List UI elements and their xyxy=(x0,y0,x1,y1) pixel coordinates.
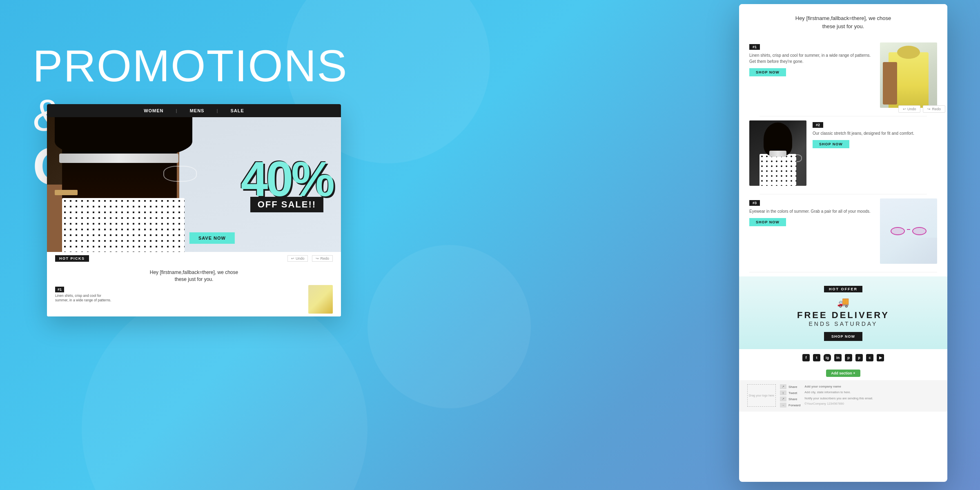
hero-section: 40% OFF SALE!! SAVE NOW xyxy=(47,117,341,252)
ends-saturday-text: ENDS SATURDAY xyxy=(749,321,937,327)
arm-skin-1 xyxy=(883,62,897,105)
tweet-icon: t xyxy=(780,390,786,395)
email-preview-left: WOMEN | MENS | SALE xyxy=(47,104,341,316)
logo-drop-zone[interactable]: Drag your logo here xyxy=(747,384,776,407)
footer-unsubscribe: Notify your subscribers you are sending … xyxy=(804,396,939,401)
hero-person-bg xyxy=(47,117,200,252)
redo-icon-right: ↪ xyxy=(927,107,931,111)
right-email-header: Hey [firstname,fallback=there], we chose… xyxy=(739,4,947,42)
divider-1 xyxy=(760,116,927,116)
item1-number: #1 xyxy=(55,287,64,292)
headband xyxy=(59,154,178,163)
footer-tweet: t Tweet xyxy=(780,390,800,395)
shop-now-button-2[interactable]: SHOP NOW xyxy=(813,140,849,148)
sg-lens-right xyxy=(912,227,927,235)
email-nav: WOMEN | MENS | SALE xyxy=(47,104,341,117)
pinterest2-icon[interactable]: p xyxy=(855,354,863,361)
product-item-1: #1 Linen shirts, crisp and cool for summ… xyxy=(749,42,937,108)
bracelet xyxy=(55,190,78,195)
sg-bridge xyxy=(907,229,910,230)
facebook-icon[interactable]: f xyxy=(802,354,810,361)
p2-headband xyxy=(769,151,786,157)
greeting-left: Hey [firstname,fallback=there], we chose… xyxy=(55,269,333,283)
pinterest-icon[interactable]: p xyxy=(845,354,852,361)
email-body-left: Hey [firstname,fallback=there], we chose… xyxy=(47,265,341,316)
product-section: #1 Linen shirts, crisp and cool for summ… xyxy=(739,42,947,264)
hot-offer-shop-button[interactable]: SHOP NOW xyxy=(824,332,862,341)
sunglasses-visual xyxy=(891,227,927,235)
hot-offer-section: HOT OFFER 🚚 FREE DELIVERY ENDS SATURDAY … xyxy=(739,276,947,349)
product-1-left: #1 Linen shirts, crisp and cool for summ… xyxy=(749,42,874,76)
product-2-left: #2 Our classic stretch fit jeans, design… xyxy=(813,120,937,148)
product-3-desc: Eyewear in the colors of summer. Grab a … xyxy=(749,208,874,214)
share2-label: Share xyxy=(788,397,797,401)
divider-2 xyxy=(760,194,927,194)
item1-thumb xyxy=(308,285,333,314)
product-2-image xyxy=(749,120,806,186)
item1-desc: Linen shirts, crisp and cool forsummer, … xyxy=(55,294,302,303)
footer-share2: ↗ Share xyxy=(780,396,800,401)
save-btn-container: SAVE NOW xyxy=(189,232,235,244)
footer-links: ↗ Share t Tweet ↗ Share → Forward xyxy=(780,384,800,408)
add-section-row: Add section + xyxy=(739,366,947,380)
product-3-left: #3 Eyewear in the colors of summer. Grab… xyxy=(749,198,874,226)
share-label: Share xyxy=(788,385,797,389)
product-item-3: #3 Eyewear in the colors of summer. Grab… xyxy=(749,198,937,264)
product-2-desc: Our classic stretch fit jeans, designed … xyxy=(813,130,937,136)
camera-icon[interactable]: c xyxy=(866,354,873,361)
tweet-label: Tweet xyxy=(788,391,797,395)
footer-share: ↗ Share xyxy=(780,384,800,389)
sale-text-overlay: 40% OFF SALE!! xyxy=(241,157,333,212)
truck-icon: 🚚 xyxy=(749,296,937,308)
nav-mens[interactable]: MENS xyxy=(190,108,205,113)
forward-label: Forward xyxy=(788,403,800,407)
sale-percent: 40% xyxy=(241,157,333,201)
logo-placeholder-text: Drag your logo here xyxy=(748,393,775,398)
hot-picks-badge: HOT PICKS xyxy=(55,255,89,262)
instagram-icon[interactable]: ig xyxy=(824,354,831,361)
sg-lens-left xyxy=(891,227,905,235)
p2-body xyxy=(760,154,796,186)
footer-forward: → Forward xyxy=(780,403,800,408)
undo-button-left[interactable]: ↩ Undo xyxy=(287,255,308,262)
footer-address: Add city, state information to here. xyxy=(804,390,939,394)
add-section-button[interactable]: Add section + xyxy=(826,370,860,377)
forward-icon: → xyxy=(780,403,786,408)
divider-3 xyxy=(749,272,937,272)
shop-now-button-3[interactable]: SHOP NOW xyxy=(749,218,786,226)
footer-company: Add your company name xyxy=(804,384,939,389)
social-row: f t ig in p p c ▶ xyxy=(739,349,947,366)
item1-text: #1 Linen shirts, crisp and cool forsumme… xyxy=(55,285,302,314)
sale-label: OFF SALE!! xyxy=(250,197,323,212)
nav-women[interactable]: WOMEN xyxy=(144,108,163,113)
nav-divider-1: | xyxy=(176,108,178,113)
bg-decoration-3 xyxy=(368,245,531,408)
dress-flowers xyxy=(62,198,185,252)
product-1-image xyxy=(880,42,937,108)
product-1-desc: Linen shirts, crisp and cool for summer,… xyxy=(749,52,874,65)
p2-hair xyxy=(764,122,792,156)
product-item-2: #2 Our classic stretch fit jeans, design… xyxy=(749,120,937,186)
footer-count: ©YourCompany 1234567890 xyxy=(804,401,939,406)
right-greeting: Hey [firstname,fallback=there], we chose… xyxy=(751,14,935,30)
twitter-icon[interactable]: t xyxy=(813,354,820,361)
redo-button-right[interactable]: ↪ Redo xyxy=(923,105,945,113)
item-preview-row: #1 Linen shirts, crisp and cool forsumme… xyxy=(55,285,333,314)
undo-redo-right: ↩ Undo ↪ Redo xyxy=(898,105,945,113)
email-preview-right: Hey [firstname,fallback=there], we chose… xyxy=(739,4,947,482)
footer-info: Add your company name Add city, state in… xyxy=(804,384,939,408)
share-icon: ↗ xyxy=(780,384,786,389)
undo-icon-right: ↩ xyxy=(903,107,906,111)
nav-sale[interactable]: SALE xyxy=(230,108,244,113)
undo-redo-left: ↩ Undo ↪ Redo xyxy=(287,255,333,262)
product-1-number: #1 xyxy=(749,44,760,50)
redo-button-left[interactable]: ↪ Redo xyxy=(312,255,333,262)
hair-top xyxy=(55,117,192,158)
shop-now-button-1[interactable]: SHOP NOW xyxy=(749,68,786,76)
undo-button-right[interactable]: ↩ Undo xyxy=(898,105,921,113)
linkedin-icon[interactable]: in xyxy=(834,354,842,361)
youtube-icon[interactable]: ▶ xyxy=(877,354,884,361)
save-now-button[interactable]: SAVE NOW xyxy=(189,232,235,244)
product-3-image xyxy=(880,198,937,264)
free-delivery-title: FREE DELIVERY xyxy=(749,310,937,321)
